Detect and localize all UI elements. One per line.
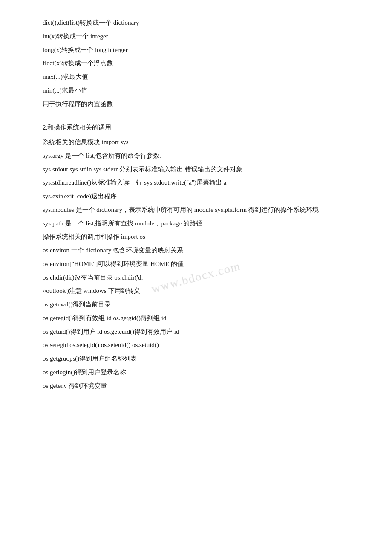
line-setegid: os.setegid os.setegid() os.seteuid() os.… bbox=[43, 339, 349, 351]
line-import-os: 操作系统相关的调用和操作 import os bbox=[43, 231, 349, 243]
line-getegid: os.getegid()得到有效组 id os.getgid()得到组 id bbox=[43, 312, 349, 324]
line-exit: sys.exit(exit_code)退出程序 bbox=[43, 191, 349, 202]
line-path: sys.path 是一个 list,指明所有查找 module，package … bbox=[43, 218, 349, 230]
line-import-sys: 系统相关的信息模块 import sys bbox=[43, 136, 349, 148]
line-modules: sys.modules 是一个 dictionary，表示系统中所有可用的 mo… bbox=[43, 204, 349, 216]
line-dict: dict(),dict(list)转换成一个 dictionary bbox=[43, 17, 349, 29]
line-argv: sys.argv 是一个 list,包含所有的命令行参数. bbox=[43, 150, 349, 162]
line-section2: 2.和操作系统相关的调用 bbox=[43, 122, 349, 134]
spacer1 bbox=[43, 112, 349, 122]
line-stdio: sys.stdout sys.stdin sys.stderr 分别表示标准输入… bbox=[43, 164, 349, 176]
line-environ-home: os.environ["HOME"]可以得到环境变量 HOME 的值 bbox=[43, 258, 349, 270]
line-min: min(...)求最小值 bbox=[43, 85, 349, 97]
line-readline: sys.stdin.readline()从标准输入读一行 sys.stdout.… bbox=[43, 177, 349, 189]
line-float: float(x)转换成一个浮点数 bbox=[43, 58, 349, 69]
line-max: max(...)求最大值 bbox=[43, 71, 349, 83]
line-int: int(x)转换成一个 integer bbox=[43, 31, 349, 43]
line-getlogin: os.getlogin()得到用户登录名称 bbox=[43, 367, 349, 379]
line-builtin: 用于执行程序的内置函数 bbox=[43, 98, 349, 110]
document-content: dict(),dict(list)转换成一个 dictionary int(x)… bbox=[43, 17, 349, 392]
line-outlook: \\outlook')注意 windows 下用到转义 bbox=[43, 285, 349, 297]
line-chdir: os.chdir(dir)改变当前目录 os.chdir('d: bbox=[43, 272, 349, 284]
line-getuid: os.getuid()得到用户 id os.geteuid()得到有效用户 id bbox=[43, 326, 349, 338]
line-getgruops: os.getgruops()得到用户组名称列表 bbox=[43, 353, 349, 365]
line-getcwd: os.getcwd()得到当前目录 bbox=[43, 299, 349, 311]
line-getenv: os.getenv 得到环境变量 bbox=[43, 380, 349, 392]
line-long: long(x)转换成一个 long interger bbox=[43, 44, 349, 56]
line-environ: os.environ 一个 dictionary 包含环境变量的映射关系 bbox=[43, 245, 349, 257]
